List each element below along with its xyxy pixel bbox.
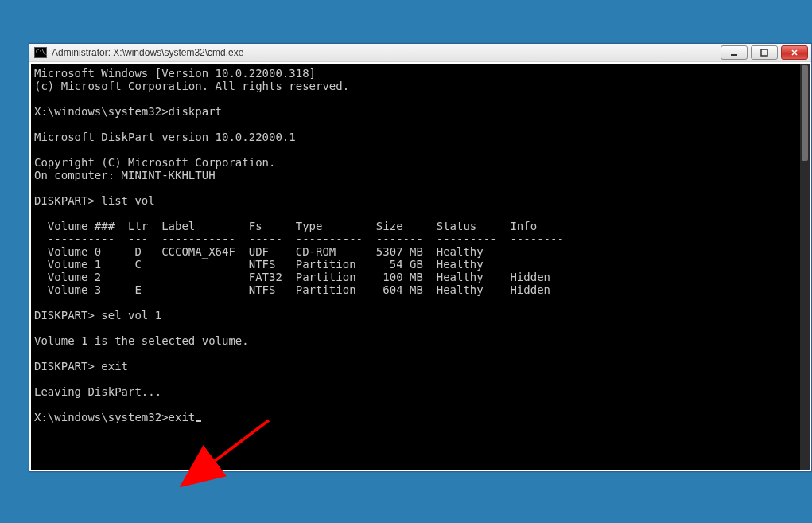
scrollbar-thumb[interactable] (802, 65, 808, 161)
terminal-line: X:\windows\system32>exit (34, 411, 797, 423)
minimize-icon (730, 49, 738, 57)
terminal-line (34, 181, 797, 194)
terminal-line: ---------- --- ----------- ----- -------… (34, 232, 797, 245)
terminal-line: Volume 0 D CCCOMA_X64F UDF CD-ROM 5307 M… (34, 245, 797, 258)
terminal-line: Volume 2 FAT32 Partition 100 MB Healthy … (34, 271, 797, 283)
terminal-line: DISKPART> sel vol 1 (34, 309, 797, 322)
svg-rect-0 (731, 54, 737, 56)
terminal-output[interactable]: Microsoft Windows [Version 10.0.22000.31… (31, 64, 800, 470)
terminal-line: On computer: MININT-KKHLTUH (34, 169, 797, 181)
titlebar[interactable]: Administrator: X:\windows\system32\cmd.e… (29, 44, 811, 62)
cmd-icon (34, 47, 47, 58)
text-cursor (196, 420, 201, 422)
terminal-line (34, 347, 797, 360)
terminal-line: DISKPART> list vol (34, 194, 797, 207)
terminal-line (34, 398, 797, 411)
terminal-line: Leaving DiskPart... (34, 385, 797, 398)
scrollbar[interactable] (800, 64, 810, 470)
terminal-line (34, 118, 797, 131)
window-controls (721, 45, 808, 60)
cmd-window: Administrator: X:\windows\system32\cmd.e… (29, 43, 812, 472)
terminal-line: Volume 3 E NTFS Partition 604 MB Healthy… (34, 283, 797, 296)
terminal-line (34, 92, 797, 105)
terminal-line: Volume 1 is the selected volume. (34, 334, 797, 347)
close-icon (791, 49, 798, 57)
terminal[interactable]: Microsoft Windows [Version 10.0.22000.31… (31, 64, 810, 470)
terminal-line (34, 296, 797, 309)
terminal-line: X:\windows\system32>diskpart (34, 105, 797, 118)
maximize-button[interactable] (751, 45, 778, 60)
maximize-icon (760, 49, 768, 57)
terminal-line (34, 322, 797, 334)
window-title: Administrator: X:\windows\system32\cmd.e… (52, 47, 721, 58)
terminal-line (34, 143, 797, 156)
terminal-line: Volume 1 C NTFS Partition 54 GB Healthy (34, 258, 797, 271)
terminal-line: Copyright (C) Microsoft Corporation. (34, 156, 797, 169)
terminal-line: (c) Microsoft Corporation. All rights re… (34, 80, 797, 92)
terminal-line (34, 207, 797, 220)
terminal-line: DISKPART> exit (34, 360, 797, 373)
minimize-button[interactable] (721, 45, 748, 60)
svg-rect-1 (761, 49, 767, 56)
terminal-line (34, 373, 797, 385)
terminal-line: Microsoft Windows [Version 10.0.22000.31… (34, 67, 797, 80)
close-button[interactable] (781, 45, 808, 60)
client-area: Microsoft Windows [Version 10.0.22000.31… (29, 62, 811, 471)
terminal-line: Microsoft DiskPart version 10.0.22000.1 (34, 131, 797, 143)
terminal-line: Volume ### Ltr Label Fs Type Size Status… (34, 220, 797, 232)
